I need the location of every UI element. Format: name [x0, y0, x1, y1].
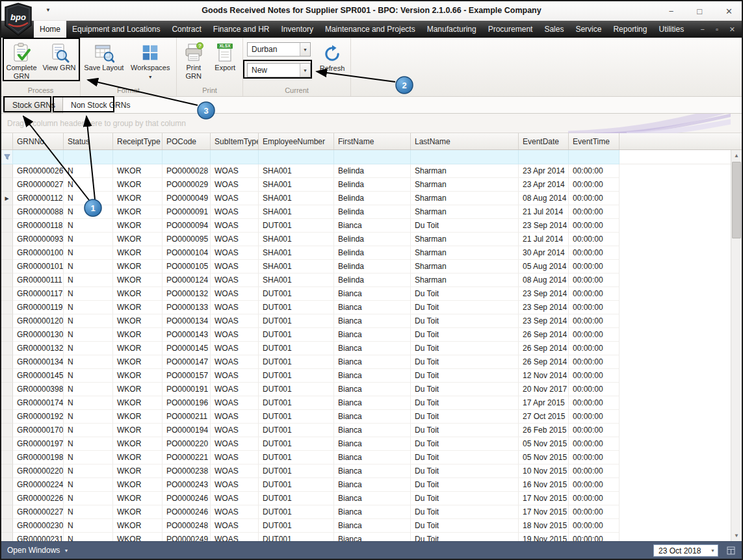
- status-combobox-dropdown-icon[interactable]: ▼: [300, 64, 310, 77]
- cell-eventtime[interactable]: 00:00:00: [569, 437, 619, 451]
- row-indicator[interactable]: [1, 342, 13, 355]
- cell-pocode[interactable]: PO0000191: [163, 383, 211, 396]
- open-windows-dropdown-icon[interactable]: ▼: [64, 548, 68, 553]
- cell-employeenumber[interactable]: DUT001: [259, 287, 334, 301]
- cell-eventdate[interactable]: 23 Sep 2014: [519, 219, 569, 233]
- table-row[interactable]: GR00000224NWKORPO0000243WOASDUT001Bianca…: [1, 478, 731, 492]
- cell-subitemtype[interactable]: WOAS: [211, 533, 259, 541]
- table-row[interactable]: GR00000120NWKORPO0000134WOASDUT001Bianca…: [1, 314, 731, 328]
- row-indicator[interactable]: [1, 260, 13, 274]
- cell-receipttype[interactable]: WKOR: [113, 246, 163, 260]
- row-indicator[interactable]: [1, 301, 13, 314]
- cell-grnno[interactable]: GR00000112: [13, 192, 64, 205]
- cell-receipttype[interactable]: WKOR: [113, 260, 163, 274]
- cell-eventdate[interactable]: 21 Jul 2014: [519, 233, 569, 246]
- row-indicator[interactable]: [1, 287, 13, 301]
- table-row[interactable]: GR00000118NWKORPO0000094WOASDUT001Bianca…: [1, 219, 731, 233]
- cell-subitemtype[interactable]: WOAS: [211, 396, 259, 410]
- cell-grnno[interactable]: GR00000100: [13, 246, 64, 260]
- cell-receipttype[interactable]: WKOR: [113, 233, 163, 246]
- cell-firstname[interactable]: Belinda: [334, 246, 411, 260]
- row-indicator[interactable]: [1, 328, 13, 342]
- cell-status[interactable]: N: [64, 383, 113, 396]
- cell-firstname[interactable]: Bianca: [334, 478, 411, 492]
- row-indicator[interactable]: [1, 478, 13, 492]
- cell-firstname[interactable]: Belinda: [334, 260, 411, 274]
- workspaces-button[interactable]: Workspaces ▼: [126, 40, 175, 83]
- cell-eventtime[interactable]: 00:00:00: [569, 492, 619, 505]
- cell-employeenumber[interactable]: DUT001: [259, 451, 334, 465]
- cell-eventdate[interactable]: 17 Apr 2015: [519, 396, 569, 410]
- cell-pocode[interactable]: PO0000211: [163, 410, 211, 424]
- cell-lastname[interactable]: Du Toit: [411, 505, 519, 519]
- cell-status[interactable]: N: [64, 424, 113, 437]
- filter-cell-grnno[interactable]: [13, 150, 64, 164]
- cell-grnno[interactable]: GR00000226: [13, 492, 64, 505]
- cell-employeenumber[interactable]: DUT001: [259, 505, 334, 519]
- table-row[interactable]: GR00000145NWKORPO0000157WOASDUT001Bianca…: [1, 369, 731, 383]
- cell-firstname[interactable]: Bianca: [334, 492, 411, 505]
- cell-eventtime[interactable]: 00:00:00: [569, 396, 619, 410]
- table-row[interactable]: GR00000130NWKORPO0000143WOASDUT001Bianca…: [1, 328, 731, 342]
- close-icon[interactable]: ✕: [725, 6, 733, 16]
- export-button[interactable]: XLSX Export: [209, 40, 241, 83]
- cell-status[interactable]: N: [64, 396, 113, 410]
- cell-firstname[interactable]: Bianca: [334, 383, 411, 396]
- cell-eventtime[interactable]: 00:00:00: [569, 287, 619, 301]
- cell-eventtime[interactable]: 00:00:00: [569, 164, 619, 178]
- cell-employeenumber[interactable]: DUT001: [259, 478, 334, 492]
- cell-eventtime[interactable]: 00:00:00: [569, 274, 619, 287]
- cell-status[interactable]: N: [64, 519, 113, 533]
- cell-subitemtype[interactable]: WOAS: [211, 451, 259, 465]
- cell-receipttype[interactable]: WKOR: [113, 274, 163, 287]
- cell-eventdate[interactable]: 16 Nov 2015: [519, 478, 569, 492]
- cell-eventdate[interactable]: 26 Feb 2015: [519, 424, 569, 437]
- cell-status[interactable]: N: [64, 205, 113, 219]
- cell-lastname[interactable]: Du Toit: [411, 396, 519, 410]
- row-indicator[interactable]: [1, 505, 13, 519]
- cell-eventdate[interactable]: 19 Nov 2015: [519, 533, 569, 541]
- column-header-eventdate[interactable]: EventDate: [519, 133, 569, 149]
- refresh-button[interactable]: Refresh: [316, 41, 348, 81]
- cell-pocode[interactable]: PO0000094: [163, 219, 211, 233]
- cell-lastname[interactable]: Sharman: [411, 246, 519, 260]
- cell-grnno[interactable]: GR00000224: [13, 478, 64, 492]
- cell-lastname[interactable]: Du Toit: [411, 465, 519, 478]
- site-combobox-dropdown-icon[interactable]: ▼: [300, 43, 310, 56]
- cell-pocode[interactable]: PO0000124: [163, 274, 211, 287]
- cell-eventdate[interactable]: 20 Nov 2017: [519, 383, 569, 396]
- table-row[interactable]: GR00000132NWKORPO0000145WOASDUT001Bianca…: [1, 342, 731, 355]
- cell-status[interactable]: N: [64, 178, 113, 192]
- cell-receipttype[interactable]: WKOR: [113, 396, 163, 410]
- cell-status[interactable]: N: [64, 478, 113, 492]
- cell-grnno[interactable]: GR00000220: [13, 465, 64, 478]
- row-indicator[interactable]: [1, 533, 13, 541]
- cell-firstname[interactable]: Bianca: [334, 301, 411, 314]
- quick-access-dropdown-icon[interactable]: ▼: [46, 7, 51, 13]
- table-row[interactable]: GR00000226NWKORPO0000246WOASDUT001Bianca…: [1, 492, 731, 505]
- cell-status[interactable]: N: [64, 369, 113, 383]
- cell-subitemtype[interactable]: WOAS: [211, 287, 259, 301]
- cell-subitemtype[interactable]: WOAS: [211, 465, 259, 478]
- cell-subitemtype[interactable]: WOAS: [211, 219, 259, 233]
- cell-eventtime[interactable]: 00:00:00: [569, 355, 619, 369]
- cell-eventtime[interactable]: 00:00:00: [569, 465, 619, 478]
- cell-firstname[interactable]: Bianca: [334, 369, 411, 383]
- ribbon-tab-reporting[interactable]: Reporting: [607, 21, 653, 38]
- tab-non-stock-grns[interactable]: Non Stock GRNs: [63, 97, 138, 113]
- cell-pocode[interactable]: PO0000145: [163, 342, 211, 355]
- complete-grn-button[interactable]: Complete GRN: [3, 40, 40, 83]
- cell-lastname[interactable]: Du Toit: [411, 219, 519, 233]
- cell-lastname[interactable]: Sharman: [411, 178, 519, 192]
- row-indicator[interactable]: [1, 178, 13, 192]
- cell-status[interactable]: N: [64, 246, 113, 260]
- cell-pocode[interactable]: PO0000095: [163, 233, 211, 246]
- cell-firstname[interactable]: Bianca: [334, 355, 411, 369]
- cell-subitemtype[interactable]: WOAS: [211, 178, 259, 192]
- filter-cell-lastname[interactable]: [411, 150, 519, 164]
- row-indicator[interactable]: [1, 314, 13, 328]
- cell-pocode[interactable]: PO0000147: [163, 355, 211, 369]
- cell-lastname[interactable]: Sharman: [411, 260, 519, 274]
- cell-eventtime[interactable]: 00:00:00: [569, 260, 619, 274]
- cell-status[interactable]: N: [64, 492, 113, 505]
